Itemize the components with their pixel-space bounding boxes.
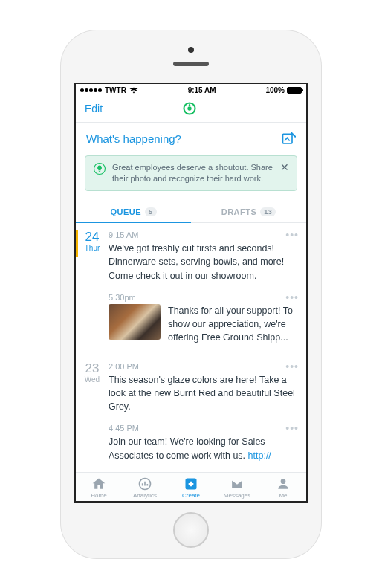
battery-pct: 100% (265, 86, 285, 94)
post-time: 9:15 AM (109, 230, 299, 239)
tabbar-label: Home (91, 492, 106, 499)
tab-bar: Home Analytics Create Messages Me (76, 472, 306, 501)
phone-speaker (173, 62, 209, 66)
day-group: 23 Wed ••• 2:00 PM This season's glaze c… (76, 355, 306, 471)
tabbar-label: Me (279, 492, 287, 499)
wifi-icon (129, 87, 138, 94)
post-more-icon[interactable]: ••• (285, 291, 299, 303)
nav-bar: Edit (76, 97, 306, 123)
tab-drafts-label: DRAFTS (221, 207, 257, 216)
tab-queue[interactable]: QUEUE 5 (76, 200, 191, 222)
battery-icon (287, 87, 302, 94)
me-icon (276, 476, 291, 491)
phone-frame: TWTR 9:15 AM 100% Edit What's happening? (61, 30, 321, 558)
tab-queue-label: QUEUE (110, 207, 141, 216)
feed-tabs: QUEUE 5 DRAFTS 13 (76, 200, 306, 223)
day-number: 24 (76, 230, 109, 243)
signal-dots-icon (80, 88, 102, 92)
post-time: 2:00 PM (109, 362, 299, 371)
post-more-icon[interactable]: ••• (285, 229, 299, 241)
day-name: Wed (76, 375, 109, 384)
post-body: This season's glaze colors are here! Tak… (109, 373, 299, 413)
edit-button[interactable]: Edit (85, 103, 103, 114)
tabbar-me[interactable]: Me (260, 476, 306, 499)
post-thumbnail (109, 304, 161, 340)
tabbar-create[interactable]: Create (168, 476, 214, 499)
post-link[interactable]: http:// (248, 450, 271, 461)
messages-icon (230, 476, 245, 491)
phone-camera (188, 47, 194, 53)
tabbar-label: Create (182, 492, 200, 499)
post-body: Join our team! We're looking for Sales A… (109, 435, 299, 462)
tab-queue-count: 5 (145, 207, 157, 216)
compose-media-icon[interactable] (281, 132, 296, 146)
carrier-label: TWTR (105, 86, 126, 94)
post-body: Thanks for all your support! To show our… (168, 304, 299, 344)
tip-banner: Great employees deserve a shoutout. Shar… (85, 155, 297, 192)
tip-text: Great employees deserve a shoutout. Shar… (112, 162, 274, 185)
today-marker (76, 230, 78, 257)
day-number: 23 (76, 362, 109, 375)
tabbar-label: Analytics (133, 492, 157, 499)
screen: TWTR 9:15 AM 100% Edit What's happening? (74, 83, 308, 503)
post-more-icon[interactable]: ••• (285, 361, 299, 372)
compose-placeholder: What's happening? (86, 132, 181, 145)
compose-input[interactable]: What's happening? (76, 123, 306, 155)
lightbulb-icon (93, 162, 106, 175)
tab-drafts[interactable]: DRAFTS 13 (191, 200, 306, 222)
home-icon (91, 476, 106, 491)
queued-post[interactable]: ••• 4:45 PM Join our team! We're looking… (109, 424, 299, 462)
app-logo-icon[interactable] (182, 101, 197, 116)
post-time: 5:30pm (109, 293, 299, 302)
tabbar-label: Messages (224, 492, 250, 499)
status-bar: TWTR 9:15 AM 100% (76, 84, 306, 97)
day-name: Thur (76, 244, 109, 252)
create-icon (184, 476, 198, 491)
queue-list[interactable]: 24 Thur ••• 9:15 AM We've got freshly cu… (76, 223, 306, 471)
svg-point-6 (281, 479, 286, 484)
analytics-icon (137, 476, 152, 491)
tabbar-messages[interactable]: Messages (214, 476, 260, 499)
queued-post[interactable]: ••• 9:15 AM We've got freshly cut firsts… (109, 230, 299, 282)
day-group: 24 Thur ••• 9:15 AM We've got freshly cu… (76, 223, 306, 355)
post-more-icon[interactable]: ••• (285, 422, 299, 434)
tabbar-analytics[interactable]: Analytics (122, 476, 168, 499)
queued-post[interactable]: ••• 2:00 PM This season's glaze colors a… (109, 362, 299, 413)
status-time: 9:15 AM (188, 86, 216, 94)
queued-post[interactable]: ••• 5:30pm Thanks for all your support! … (109, 293, 299, 344)
post-time: 4:45 PM (109, 424, 299, 433)
tabbar-home[interactable]: Home (76, 476, 122, 499)
home-button[interactable] (173, 512, 209, 548)
svg-point-1 (187, 106, 191, 110)
post-body: We've got freshly cut firsts and seconds… (109, 242, 299, 282)
close-icon[interactable]: ✕ (280, 162, 289, 172)
tab-drafts-count: 13 (260, 207, 276, 216)
